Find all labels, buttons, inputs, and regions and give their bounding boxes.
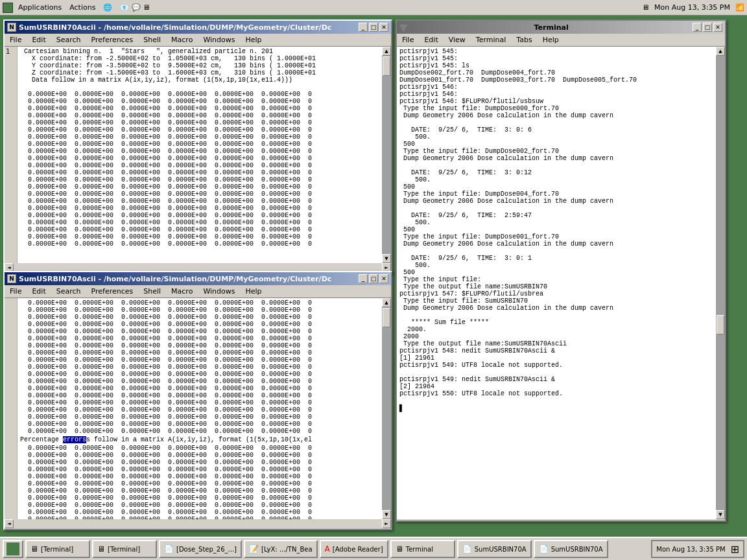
editor-body-2: 0.0000E+00 0.0000E+00 0.0000E+00 0.0000E… xyxy=(5,298,391,519)
editor-menubar-1[interactable]: File Edit Search Preferences Shell Macro… xyxy=(5,34,391,47)
top-bar-right: 🖥 Mon Aug 13, 3:35 PM 📶 xyxy=(642,3,744,12)
scroll-thumb-1[interactable] xyxy=(383,56,390,76)
editor-text-top-2: 0.0000E+00 0.0000E+00 0.0000E+00 0.0000E… xyxy=(18,298,382,436)
sum2-icon: 📄 xyxy=(539,544,549,554)
menu-terminal-edit[interactable]: Edit xyxy=(421,34,440,45)
terminal-minimize[interactable]: _ xyxy=(693,23,702,32)
taskbar-sum1-label: SumUSRBIN70A xyxy=(475,546,527,553)
terminal-icon-2: 🖥 xyxy=(97,544,105,554)
top-menu-items[interactable]: Applications Actions 🌐 📧 💬 🖥 xyxy=(18,3,150,12)
terminal-icon-1: 🖥 xyxy=(30,544,38,554)
taskbar-sum1[interactable]: 📄 SumUSRBIN70A xyxy=(457,540,532,558)
line-number-strip-1: 1 xyxy=(5,47,18,263)
clock-display: Mon Aug 13, 3:35 PM xyxy=(656,546,725,553)
taskbar-terminal-2[interactable]: 🖥 [Terminal] xyxy=(92,540,157,558)
menu-actions[interactable]: Actions xyxy=(69,3,95,12)
close-btn-1[interactable]: ✕ xyxy=(379,23,388,32)
editor-titlebar-2: N SumUSRBIN70Ascii - /home/vollaire/Simu… xyxy=(5,272,391,285)
terminal-controls[interactable]: _ □ ✕ xyxy=(693,23,722,32)
hscroll-right-2[interactable]: ► xyxy=(382,519,391,528)
scroll-down-2[interactable]: ▼ xyxy=(382,510,391,519)
taskbar: 🖥 [Terminal] 🖥 [Terminal] 📄 [Dose_Step_2… xyxy=(0,537,747,560)
terminal-scroll-down[interactable]: ▼ xyxy=(716,510,725,519)
vscroll-2[interactable]: ▲ ▼ xyxy=(382,298,391,519)
menu-macro-2[interactable]: Macro xyxy=(169,286,195,297)
taskbar-lyx[interactable]: 📝 [LyX: .../TN_Bea xyxy=(244,540,318,558)
menu-terminal-file[interactable]: File xyxy=(399,34,416,45)
editor-body-1: 1 Cartesian binning n. 1 "Stars ", gener… xyxy=(5,47,391,263)
menu-terminal-terminal[interactable]: Terminal xyxy=(473,34,509,45)
menu-extra-icons: 📧 💬 🖥 xyxy=(120,3,150,12)
menu-shell-2[interactable]: Shell xyxy=(141,286,163,297)
menu-macro-1[interactable]: Macro xyxy=(169,34,195,45)
scroll-down-1[interactable]: ▼ xyxy=(382,254,391,263)
taskbar-grid-icon: ⊞ xyxy=(731,543,739,555)
editor-content-area-1[interactable]: Cartesian binning n. 1 "Stars ", general… xyxy=(18,47,382,263)
lyx-icon: 📝 xyxy=(249,544,259,554)
menu-help-2[interactable]: Help xyxy=(243,286,264,297)
editor-menubar-2[interactable]: File Edit Search Preferences Shell Macro… xyxy=(5,285,391,298)
minimize-btn-2[interactable]: _ xyxy=(359,274,368,283)
menu-preferences-2[interactable]: Preferences xyxy=(89,286,136,297)
editor-window-2: N SumUSRBIN70Ascii - /home/vollaire/Simu… xyxy=(3,271,392,530)
menu-windows-2[interactable]: Windows xyxy=(200,286,237,297)
window-controls-1[interactable]: _ □ ✕ xyxy=(359,23,388,32)
hscroll-2[interactable]: ◄ ► xyxy=(5,519,391,528)
maximize-btn-2[interactable]: □ xyxy=(369,274,378,283)
editor-text-bottom-2: 0.0000E+00 0.0000E+00 0.0000E+00 0.0000E… xyxy=(18,443,382,519)
menu-terminal-help[interactable]: Help xyxy=(540,34,562,45)
start-icon xyxy=(6,542,19,555)
window-icon-2: N xyxy=(7,274,16,283)
window-controls-2[interactable]: _ □ ✕ xyxy=(359,274,388,283)
taskbar-adobe-label: [Adobe Reader] xyxy=(333,546,383,553)
highlighted-errors: errors xyxy=(63,436,86,443)
taskbar-adobe[interactable]: A [Adobe Reader] xyxy=(320,540,388,558)
menu-terminal-tabs[interactable]: Tabs xyxy=(514,34,534,45)
terminal-scroll-track[interactable] xyxy=(716,56,725,510)
scroll-thumb-2[interactable] xyxy=(383,308,390,327)
close-btn-2[interactable]: ✕ xyxy=(379,274,388,283)
scroll-track-1[interactable] xyxy=(382,56,391,254)
menu-terminal-view[interactable]: View xyxy=(446,34,468,45)
editor-content-area-2[interactable]: 0.0000E+00 0.0000E+00 0.0000E+00 0.0000E… xyxy=(18,298,382,519)
menu-file-1[interactable]: File xyxy=(7,34,24,45)
menu-file-2[interactable]: File xyxy=(7,286,24,297)
scroll-track-2[interactable] xyxy=(382,307,391,510)
terminal-title: Terminal xyxy=(412,23,690,32)
menu-edit-2[interactable]: Edit xyxy=(29,286,48,297)
scroll-up-2[interactable]: ▲ xyxy=(382,298,391,307)
terminal-body: pctisrpjv1 545: pctisrpjv1 545: pctisrpj… xyxy=(397,47,725,519)
scroll-up-1[interactable]: ▲ xyxy=(382,47,391,56)
taskbar-terminal-1[interactable]: 🖥 [Terminal] xyxy=(25,540,90,558)
menu-help-1[interactable]: Help xyxy=(243,34,264,45)
terminal-scroll-thumb[interactable] xyxy=(717,315,724,334)
terminal-scroll-up[interactable]: ▲ xyxy=(716,47,725,56)
menu-search-2[interactable]: Search xyxy=(54,286,84,297)
clock-icon: 🖥 xyxy=(642,3,649,12)
editor-window-1: N SumUSRBIN70Ascii - /home/vollaire/Simu… xyxy=(3,19,392,274)
terminal-text[interactable]: pctisrpjv1 545: pctisrpjv1 545: pctisrpj… xyxy=(397,47,716,519)
menu-preferences-1[interactable]: Preferences xyxy=(89,34,136,45)
taskbar-dose[interactable]: 📄 [Dose_Step_26_...] xyxy=(159,540,242,558)
taskbar-clock: Mon Aug 13, 3:35 PM ⊞ xyxy=(651,540,744,558)
hscroll-left-2[interactable]: ◄ xyxy=(5,519,14,528)
menu-browser-icon: 🌐 xyxy=(103,3,112,12)
taskbar-start-btn[interactable] xyxy=(3,540,23,558)
menu-applications[interactable]: Applications xyxy=(18,3,62,12)
menu-search-1[interactable]: Search xyxy=(54,34,84,45)
terminal-close[interactable]: ✕ xyxy=(713,23,722,32)
terminal-collapse-icon[interactable]: ▼ xyxy=(399,21,407,34)
taskbar-terminal-3[interactable]: 🖥 Terminal xyxy=(390,540,455,558)
terminal-maximize[interactable]: □ xyxy=(703,23,712,32)
minimize-btn-1[interactable]: _ xyxy=(359,23,368,32)
taskbar-sum2[interactable]: 📄 SumUSRBIN70A xyxy=(534,540,608,558)
vscroll-1[interactable]: ▲ ▼ xyxy=(382,47,391,263)
maximize-btn-1[interactable]: □ xyxy=(369,23,378,32)
menu-shell-1[interactable]: Shell xyxy=(141,34,163,45)
terminal-menubar[interactable]: File Edit View Terminal Tabs Help xyxy=(397,34,725,47)
menu-windows-1[interactable]: Windows xyxy=(200,34,237,45)
terminal-vscroll[interactable]: ▲ ▼ xyxy=(716,47,725,519)
editor-titlebar-1: N SumUSRBIN70Ascii - /home/vollaire/Simu… xyxy=(5,21,391,34)
editor-text-1[interactable]: Cartesian binning n. 1 "Stars ", general… xyxy=(18,47,382,263)
menu-edit-1[interactable]: Edit xyxy=(29,34,48,45)
